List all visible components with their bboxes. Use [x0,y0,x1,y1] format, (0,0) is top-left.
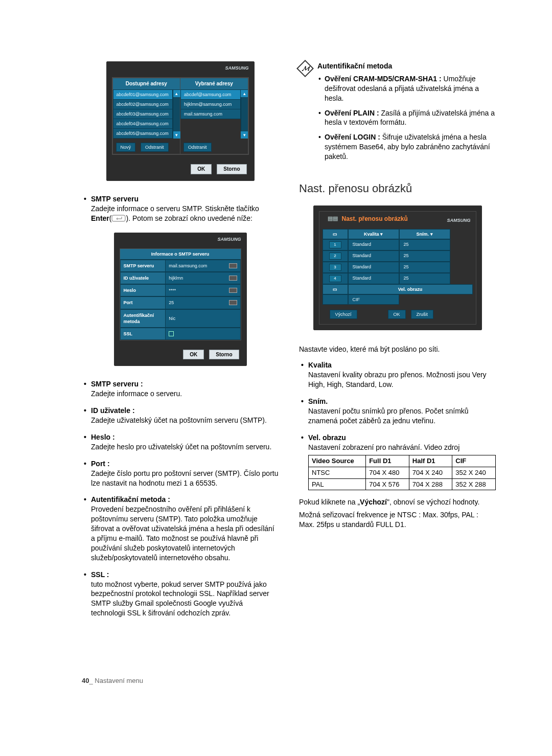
quality-cell[interactable]: Standard [348,262,399,273]
scroll-up-icon[interactable]: ▴ [241,90,248,97]
snim-cell[interactable]: 25 [399,250,450,262]
smtp-port-value[interactable]: 25 [166,296,240,309]
quality-cell[interactable]: Standard [348,239,399,250]
smtp-row-label: Autentifikační metoda [120,309,166,328]
item-lead: Kvalita [308,360,496,370]
item-lead: Port : [91,459,279,469]
quality-cell[interactable]: Standard [348,273,399,284]
table-header: Full D1 [366,455,409,467]
note-icon: 𝓜 [296,60,314,77]
channel-icon: 3 [323,262,348,273]
smtp-row-label: SMTP serveru [120,260,166,272]
remove-left-button[interactable]: Odstranit [141,143,169,152]
cancel-button[interactable]: Storno [209,350,239,360]
keyboard-icon[interactable] [229,288,237,293]
keyboard-icon[interactable] [229,300,237,305]
item-body: Nastavení zobrazení pro nahrávání. Video… [308,443,496,452]
item-body: tuto možnost vyberte, pokud server SMTP … [91,580,279,618]
smtp-user-value[interactable]: hijklmn [166,272,240,284]
monitor-icon: ▤▤ [328,215,338,222]
default-button[interactable]: Výchozí [330,310,357,319]
list-item[interactable]: abcdef03@samsung.com [113,109,173,119]
item-lead: SSL : [91,570,279,580]
item-body: Zadejte uživatelský účet na poštovním se… [91,416,279,425]
available-header: Dostupné adresy [113,78,180,90]
table-header: CIF [452,455,496,467]
item-body: Zadejte informace o serveru. [91,389,279,399]
new-button[interactable]: Nový [116,143,136,152]
transfer-footer-key: Výchozí [360,498,387,506]
auth-note-heading: Autentifikační metoda [317,61,496,71]
page-footer: 40_ Nastavení menu [82,676,496,685]
item-lead: Vel. obrazu [308,433,496,443]
selected-header: Vybrané adresy [180,78,248,90]
list-item[interactable]: abcdef05@samsung.com [113,129,173,139]
item-body: Nastavení kvality obrazu pro přenos. Mož… [308,370,496,390]
smtp-box-title: Informace o SMTP serveru [120,249,241,260]
list-item[interactable]: abcdef01@samsung.com [113,90,173,100]
list-item[interactable]: abcdef02@samsung.com [113,100,173,109]
snim-cell[interactable]: 25 [399,262,450,273]
scroll-down-icon[interactable]: ▾ [241,131,248,139]
scrollbar[interactable]: ▴ ▾ [241,90,248,139]
cif-cell[interactable]: CIF [348,294,399,305]
item-body: Provedení bezpečnostního ověření při při… [91,505,279,562]
item-lead: ID uživatele : [91,406,279,416]
snim-header[interactable]: Sním. ▾ [399,229,450,239]
size-icon: ▭ [323,284,348,294]
channel-col-icon: ▭ [323,229,348,239]
list-item[interactable]: abcdef04@samsung.com [113,119,173,129]
table-row: PAL 704 X 576 704 X 288 352 X 288 [309,478,496,490]
item-body: Zadejte heslo pro uživatelský účet na po… [91,442,279,452]
remove-right-button[interactable]: Odstranit [183,143,212,152]
transfer-screenshot: ▤▤ Nast. přenosu obrázků SAMSUNG ▭ Kvali… [313,205,482,331]
list-item[interactable]: mail.samsung.com [180,109,241,119]
list-item[interactable]: hijklmn@samsung.com [180,100,241,109]
chevron-down-icon: ▾ [430,232,433,237]
channel-icon: 4 [323,273,348,284]
item-lead: Sním. [308,397,496,406]
smtp-row-label: SSL [120,328,166,340]
smtp-row-label: Heslo [120,284,166,296]
samsung-logo: SAMSUNG [447,217,470,223]
quality-cell[interactable]: Standard [348,250,399,262]
list-item[interactable]: abcdef@samsung.com [180,90,241,100]
smtp-auth-value[interactable]: Nic [166,309,240,328]
ok-button[interactable]: OK [191,164,212,174]
smtp-server-value[interactable]: mail.samsung.com [166,260,240,272]
smtp-pass-value[interactable]: **** [166,284,240,296]
auth-sub-lead: Ověření LOGIN : [325,133,380,141]
keyboard-icon[interactable] [229,263,237,268]
scroll-up-icon[interactable]: ▴ [173,90,180,97]
auth-sub-lead: Ověření PLAIN : [325,109,379,117]
kvalita-header[interactable]: Kvalita ▾ [348,229,399,239]
smtp-ssl-value[interactable] [166,328,240,340]
ok-button[interactable]: OK [388,310,406,319]
ok-button[interactable]: OK [183,350,204,360]
auth-sub-lead: Ověření CRAM-MD5/CRAM-SHA1 : [325,75,442,83]
channel-icon: 1 [323,239,348,250]
transfer-box-title: Nast. přenosu obrázků [342,215,408,223]
cancel-button[interactable]: Zrušit [411,310,434,319]
smtp-row-label: ID uživatele [120,272,166,284]
item-lead: SMTP serveru : [91,379,279,389]
table-row: NTSC 704 X 480 704 X 240 352 X 240 [309,467,496,479]
item-lead: Heslo : [91,432,279,442]
svg-rect-0 [112,215,125,221]
chevron-down-icon: ▾ [380,232,383,237]
table-header: Half D1 [409,455,452,467]
keyboard-icon[interactable] [229,276,237,281]
snim-cell[interactable]: 25 [399,239,450,250]
transfer-footer-a: Pokud kliknete na „ [299,498,360,506]
snim-cell[interactable]: 25 [399,273,450,284]
scrollbar[interactable]: ▴ ▾ [173,90,180,139]
video-size-table: Video Source Full D1 Half D1 CIF NTSC 70… [308,455,496,490]
scroll-down-icon[interactable]: ▾ [173,131,180,139]
cancel-button[interactable]: Storno [217,164,246,174]
address-screenshot: SAMSUNG Dostupné adresy abcdef01@samsung… [106,61,255,181]
smtp-row-label: Port [120,296,166,309]
transfer-intro: Nastavte video, které má být posláno po … [299,345,496,354]
vel-obrazu-header: Vel. obrazu [348,284,473,294]
samsung-logo: SAMSUNG [217,236,241,242]
enter-label: Enter [91,214,109,222]
